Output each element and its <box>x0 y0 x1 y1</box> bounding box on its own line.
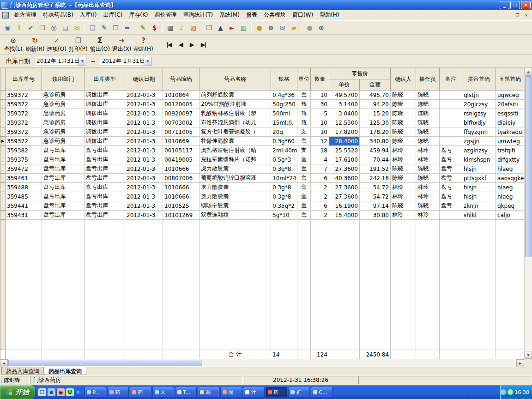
cell-unit[interactable]: 瓶 <box>297 109 311 118</box>
cell-unit_price[interactable]: 15.4000 <box>329 211 360 220</box>
nav-prev-button[interactable]: ◀ <box>179 41 182 48</box>
find-button[interactable]: ⊙查找(L) <box>2 36 24 54</box>
cell-operator[interactable]: 陈晓 <box>416 91 440 100</box>
cell-spec[interactable]: 0.5g*3 <box>271 155 297 164</box>
cell-amount[interactable]: 97.14 <box>360 201 391 211</box>
books-icon[interactable]: ▥ <box>238 22 249 33</box>
cell-qty[interactable]: 6 <box>311 201 329 211</box>
cell-out_type[interactable]: 盘亏出库 <box>85 146 125 155</box>
nav-last-button[interactable]: ▶| <box>201 41 206 48</box>
cell-pinyin[interactable]: blfhxdjy <box>462 118 496 127</box>
cell-qty[interactable]: 30 <box>311 100 329 109</box>
cell-out_type[interactable]: 调拨出库 <box>85 109 125 118</box>
scroll-up-icon[interactable]: ▲ <box>525 68 532 76</box>
start-button[interactable]: 开始 <box>0 385 35 399</box>
cell-drug_code[interactable]: 10101269 <box>163 211 200 220</box>
cell-qty[interactable]: 10 <box>311 118 329 127</box>
cell-drug_name[interactable]: 布洛芬混悬滴剂（幼儿 <box>200 118 271 127</box>
cell-dept[interactable]: 盘亏出库 <box>42 164 85 174</box>
cell-confirm_date[interactable]: 2012-01-3 <box>125 164 163 174</box>
cell-drug_code[interactable]: 00105117 <box>163 146 200 155</box>
browse-icon[interactable]: ◎ <box>48 22 59 33</box>
table-row[interactable]: 359372急诊药房调拨出库2012-01-300711005复方七叶皂苷钠凝胶… <box>0 127 525 137</box>
cell-operator[interactable]: 陈晓 <box>416 118 440 127</box>
cell-drug_name[interactable]: 奥扎格雷钠注射液（晴 <box>200 146 271 155</box>
show-desktop-icon[interactable]: ❐ <box>38 388 46 396</box>
cell-unit[interactable]: 盒 <box>297 91 311 100</box>
approve-icon[interactable]: ✔ <box>25 22 36 33</box>
mdi-close-button[interactable]: × <box>522 12 530 18</box>
date-from-dropdown-icon[interactable]: ▼ <box>79 57 86 66</box>
cell-pinyin[interactable]: pttsgxkf <box>462 174 496 183</box>
cell-confirmer[interactable]: 林玲 <box>391 146 416 155</box>
taskbar-item-5[interactable]: T... <box>175 387 197 398</box>
cell-amount[interactable]: 495.70 <box>360 91 391 100</box>
cell-confirm_date[interactable]: 2012-01-3 <box>125 183 163 192</box>
cell-operator[interactable]: 陈晓 <box>416 137 440 146</box>
cell-wubi[interactable]: hlaeg <box>496 164 525 174</box>
cell-spec[interactable]: 0.3g*60 <box>271 137 297 146</box>
cell-doc_no[interactable]: 359372 <box>6 100 42 109</box>
cell-remark[interactable] <box>440 118 462 127</box>
cell-drug_name[interactable]: 虎力散胶囊 <box>200 164 271 174</box>
cell-drug_code[interactable]: 1010669 <box>163 137 200 146</box>
cell-unit[interactable]: 盒 <box>297 211 311 220</box>
taskbar-item-1[interactable]: P... <box>85 387 106 398</box>
cell-doc_no[interactable]: 359372 <box>6 91 42 100</box>
cell-unit_price[interactable]: 12.5300 <box>329 118 360 127</box>
safety-icon[interactable] <box>508 389 513 395</box>
horizontal-scrollbar[interactable]: ◀ ▶ <box>0 359 532 367</box>
cell-wubi[interactable]: trsfqiti <box>496 146 525 155</box>
cell-confirm_date[interactable]: 2012-01-3 <box>125 118 163 127</box>
cell-unit_price[interactable]: 17.6100 <box>329 155 360 164</box>
clipboard-icon[interactable]: ▤ <box>60 22 71 33</box>
col-header-qty[interactable]: 数量 <box>311 68 329 91</box>
cell-remark[interactable] <box>440 127 462 137</box>
cell-drug_code[interactable]: 00703002 <box>163 118 200 127</box>
cell-out_type[interactable]: 调拨出库 <box>85 91 125 100</box>
taskbar-item-4[interactable]: 未 <box>152 387 174 398</box>
cell-confirmer[interactable]: 林玲 <box>391 155 416 164</box>
cell-drug_code[interactable]: 1010666 <box>163 183 200 192</box>
menu-item-11[interactable]: 窗口(W) <box>289 10 316 20</box>
cell-dept[interactable]: 急诊药房 <box>42 109 85 118</box>
nav-next-button[interactable]: ▶ <box>190 41 193 48</box>
cell-out_type[interactable]: 盘亏出库 <box>85 183 125 192</box>
search-icon[interactable]: ⊙ <box>266 22 276 33</box>
table-row[interactable]: 359485盘亏出库盘亏出库2012-01-31010666虎力散胶囊0.3g*… <box>0 192 525 201</box>
cell-out_type[interactable]: 盘亏出库 <box>85 201 125 211</box>
key-icon[interactable]: ● <box>254 22 265 33</box>
cell-out_type[interactable]: 盘亏出库 <box>85 164 125 174</box>
cell-unit_price[interactable]: 27.3600 <box>329 164 360 174</box>
cell-remark[interactable] <box>440 109 462 118</box>
cell-unit_price[interactable]: 17.8200 <box>329 127 360 137</box>
cell-unit[interactable]: 盒 <box>297 137 311 146</box>
cell-confirmer[interactable]: 陈晓 <box>391 109 416 118</box>
taskbar-item-10[interactable]: 扩 <box>288 387 310 398</box>
cell-remark[interactable] <box>440 211 462 220</box>
cell-pinyin[interactable]: hlsjn <box>462 164 496 174</box>
cell-confirm_date[interactable]: 2012-01-3 <box>125 174 163 183</box>
cell-drug_name[interactable]: 虎力散胶囊 <box>200 192 271 201</box>
cell-confirmer[interactable]: 陈晓 <box>391 137 416 146</box>
cell-drug_code[interactable]: 1010666 <box>163 192 200 201</box>
taskbar-item-6[interactable]: 调 <box>198 387 219 398</box>
col-header-amount[interactable]: 金额 <box>360 79 391 91</box>
cell-amount[interactable]: 15.20 <box>360 109 391 118</box>
close-button[interactable]: × <box>521 1 531 9</box>
ie-browser-icon[interactable]: e <box>48 388 55 396</box>
cell-pinyin[interactable]: hlsjn <box>462 183 496 192</box>
cell-amount[interactable]: 178.20 <box>360 127 391 137</box>
cell-unit[interactable]: 盒 <box>297 164 311 174</box>
cell-unit_price[interactable]: 3.0400 <box>329 109 360 118</box>
table-row[interactable]: 359461盘亏出库盘亏出库2012-01-300807006葡萄糖酸钙锌口服溶… <box>0 174 525 183</box>
cell-qty[interactable]: 10 <box>311 127 329 137</box>
edit-doc-icon[interactable]: ✎ <box>99 22 109 33</box>
cell-wubi[interactable]: 20afsiti <box>496 100 525 109</box>
cell-drug_name[interactable]: 复方七叶皂苷钠凝胶（ <box>200 127 271 137</box>
cell-dept[interactable]: 急诊药房 <box>42 118 85 127</box>
date-to-dropdown-icon[interactable]: ▼ <box>144 57 151 66</box>
cell-remark[interactable]: 盘亏 <box>440 183 462 192</box>
cell-pinyin[interactable]: ffqyzgnn <box>462 127 496 137</box>
menu-item-12[interactable]: 帮助(H) <box>316 10 342 20</box>
